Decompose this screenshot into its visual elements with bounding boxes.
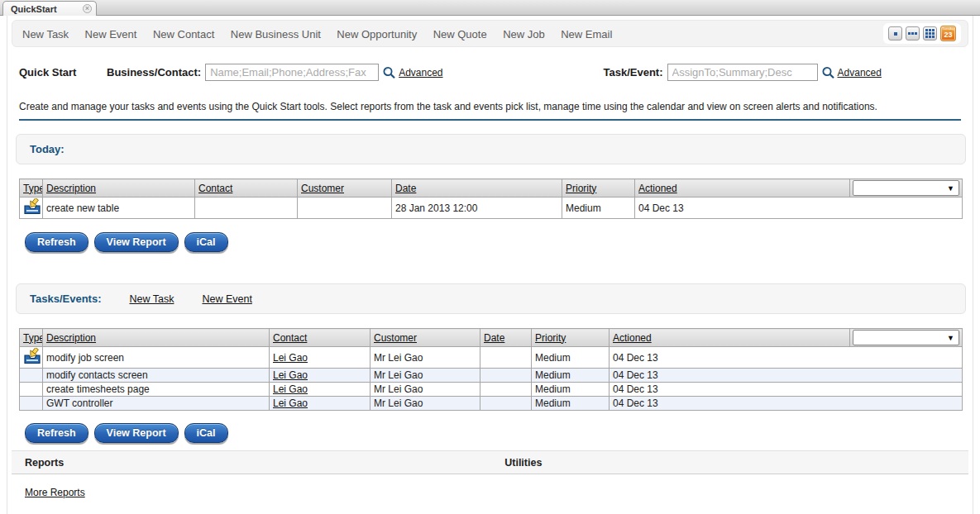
contact-link[interactable]: Lei Gao	[273, 383, 308, 395]
calendar-icon[interactable]: Tuesday 23	[940, 26, 956, 41]
sort-date[interactable]: Date	[395, 183, 416, 194]
week-view-icon	[908, 32, 917, 35]
table-row[interactable]: GWT controller Lei Gao Mr Lei Gao Medium…	[20, 397, 963, 411]
business-contact-advanced-link[interactable]: Advanced	[399, 67, 442, 79]
sort-customer[interactable]: Customer	[301, 183, 344, 194]
contact-link[interactable]: Lei Gao	[273, 352, 308, 364]
cell-date	[480, 397, 532, 411]
main-content: New Task New Event New Contact New Busin…	[7, 16, 973, 514]
view-switcher: Tuesday 23	[883, 23, 961, 44]
new-job-link[interactable]: New Job	[503, 28, 545, 40]
cell-customer: Mr Lei Gao	[370, 347, 480, 369]
new-email-link[interactable]: New Email	[561, 28, 612, 40]
cell-date: 28 Jan 2013 12:00	[392, 198, 562, 219]
quickstart-search-row: Quick Start Business/Contact: Advanced T…	[19, 63, 968, 82]
new-quote-link[interactable]: New Quote	[433, 28, 487, 40]
day-view-button[interactable]	[888, 26, 902, 40]
contact-link[interactable]: Lei Gao	[273, 369, 308, 381]
cell-priority: Medium	[532, 383, 610, 397]
calendar-day: 23	[941, 31, 955, 40]
ical-button[interactable]: iCal	[184, 232, 228, 252]
task-type-icon	[23, 348, 41, 364]
cell-priority: Medium	[532, 397, 610, 411]
task-event-label: Task/Event:	[604, 66, 663, 79]
cell-actioned: 04 Dec 13	[610, 397, 963, 411]
cell-date	[480, 369, 532, 383]
new-event-link[interactable]: New Event	[85, 28, 137, 40]
tasks-events-section-header: Tasks/Events: New Task New Event	[16, 283, 966, 314]
cell-actioned: 04 Dec 13	[635, 198, 963, 219]
business-contact-label: Business/Contact:	[107, 66, 201, 79]
view-report-button[interactable]: View Report	[94, 232, 179, 252]
cell-priority: Medium	[532, 369, 610, 383]
close-icon[interactable]: ×	[83, 4, 92, 13]
sort-type[interactable]: Type	[23, 183, 43, 194]
chevron-down-icon: ▼	[947, 184, 954, 193]
quickstart-description: Create and manage your tasks and events …	[19, 101, 961, 121]
tab-bar: QuickStart ×	[0, 0, 980, 16]
month-view-icon	[925, 29, 935, 38]
table-row[interactable]: create timesheets page Lei Gao Mr Lei Ga…	[20, 383, 963, 397]
more-reports-link[interactable]: More Reports	[25, 487, 85, 498]
today-table-header-row: Type Description Contact Customer Date P…	[20, 179, 963, 198]
cell-actioned: 04 Dec 13	[610, 347, 963, 369]
table-row[interactable]: modify contacts screen Lei Gao Mr Lei Ga…	[20, 369, 963, 383]
reports-heading: Reports	[25, 457, 64, 469]
cell-description: modify job screen	[43, 347, 270, 369]
sort-date[interactable]: Date	[484, 332, 504, 344]
quickstart-page: QuickStart × New Task New Event New Cont…	[0, 0, 980, 514]
sort-contact[interactable]: Contact	[273, 332, 307, 344]
sort-description[interactable]: Description	[46, 183, 96, 194]
sort-priority[interactable]: Priority	[535, 332, 566, 344]
new-event-link[interactable]: New Event	[202, 293, 251, 305]
tasks-events-title: Tasks/Events:	[30, 293, 101, 305]
page-title: Quick Start	[19, 66, 107, 79]
new-task-link[interactable]: New Task	[129, 293, 174, 305]
task-event-input[interactable]	[667, 64, 818, 81]
cell-description: create timesheets page	[43, 383, 270, 397]
new-task-link[interactable]: New Task	[22, 28, 69, 40]
cell-priority: Medium	[562, 198, 635, 219]
cell-description: modify contacts screen	[43, 369, 270, 383]
sort-actioned[interactable]: Actioned	[613, 332, 652, 344]
cell-priority: Medium	[532, 347, 610, 369]
week-view-button[interactable]	[906, 26, 920, 40]
today-section-header: Today:	[16, 134, 966, 164]
tab-quickstart[interactable]: QuickStart ×	[2, 1, 97, 16]
sort-type[interactable]: Type	[23, 332, 43, 344]
sort-priority[interactable]: Priority	[566, 183, 596, 194]
today-filter-select[interactable]: ▼	[853, 180, 959, 196]
task-event-advanced-link[interactable]: Advanced	[838, 67, 882, 79]
table-row[interactable]: modify job screen Lei Gao Mr Lei Gao Med…	[20, 347, 963, 369]
contact-link[interactable]: Lei Gao	[273, 397, 308, 409]
ical-button[interactable]: iCal	[184, 423, 228, 443]
tab-title: QuickStart	[11, 4, 57, 14]
search-icon[interactable]	[382, 65, 396, 79]
new-contact-link[interactable]: New Contact	[153, 28, 214, 40]
task-type-icon	[23, 198, 41, 215]
view-report-button[interactable]: View Report	[94, 423, 179, 443]
cell-contact	[195, 198, 298, 219]
tasks-filter-select[interactable]: ▼	[853, 330, 959, 345]
toolbar: New Task New Event New Contact New Busin…	[12, 20, 968, 47]
toolbar-links: New Task New Event New Contact New Busin…	[22, 26, 624, 41]
day-view-icon	[894, 32, 897, 36]
footer-band: Reports Utilities	[12, 450, 968, 474]
search-icon[interactable]	[821, 65, 835, 79]
cell-customer	[298, 198, 392, 219]
month-view-button[interactable]	[923, 26, 937, 40]
today-actions: Refresh View Report iCal	[25, 232, 968, 252]
tasks-table-header-row: Type Description Contact Customer Date P…	[20, 329, 963, 347]
new-opportunity-link[interactable]: New Opportunity	[337, 28, 417, 40]
sort-contact[interactable]: Contact	[198, 183, 232, 194]
business-contact-input[interactable]	[205, 64, 379, 81]
sort-description[interactable]: Description	[46, 332, 96, 344]
cell-customer: Mr Lei Gao	[370, 397, 480, 411]
new-business-unit-link[interactable]: New Business Unit	[231, 28, 321, 40]
refresh-button[interactable]: Refresh	[25, 232, 88, 252]
utilities-heading: Utilities	[504, 457, 542, 469]
refresh-button[interactable]: Refresh	[25, 423, 88, 443]
table-row[interactable]: create new table 28 Jan 2013 12:00 Mediu…	[20, 198, 963, 219]
sort-actioned[interactable]: Actioned	[638, 183, 677, 194]
sort-customer[interactable]: Customer	[374, 332, 417, 344]
